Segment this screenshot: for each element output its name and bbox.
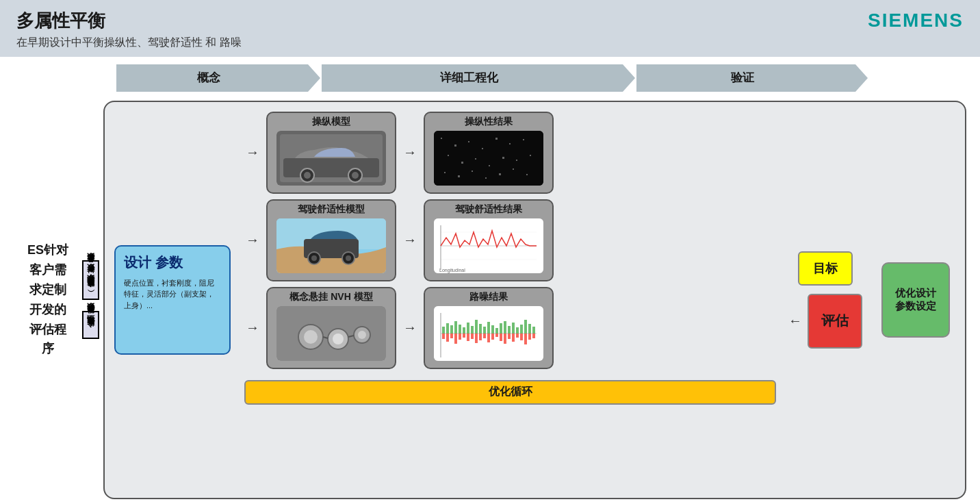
model-box-3: 概念悬挂 NVH 模型 — [266, 287, 396, 369]
svg-rect-12 — [482, 148, 483, 149]
svg-rect-16 — [448, 155, 449, 156]
result-box-3: 路噪结果 — [424, 287, 554, 369]
design-params-desc: 硬点位置，衬套刚度，阻尼特征，灵活部分（副支架，上身）... — [124, 277, 221, 312]
svg-rect-87 — [479, 333, 482, 340]
svg-rect-98 — [524, 333, 527, 344]
phase-concept: 概念 — [116, 64, 308, 92]
model-row-1: → 操纵模型 — [244, 112, 776, 194]
svg-rect-72 — [512, 323, 515, 333]
phase-verify: 验证 — [636, 64, 855, 92]
params-column: 设计 参数 硬点位置，衬套刚度，阻尼特征，灵活部分（副支架，上身）... — [114, 112, 237, 488]
svg-rect-71 — [508, 326, 511, 333]
svg-rect-83 — [463, 333, 465, 338]
model-row-2: → 驾驶舒适性模型 — [244, 199, 776, 281]
model-label-2: 驾驶舒适性模型 — [298, 203, 365, 216]
svg-rect-61 — [467, 323, 469, 333]
svg-rect-88 — [483, 333, 486, 338]
svg-rect-25 — [472, 171, 473, 172]
phases-row: 概念 详细工程化 验证 — [0, 62, 980, 94]
svg-rect-56 — [446, 323, 449, 333]
svg-rect-92 — [500, 333, 502, 341]
model-label-1: 操纵模型 — [312, 116, 350, 128]
model-thumb-1 — [276, 131, 386, 186]
arrow-to-result-2: → — [403, 232, 417, 248]
svg-rect-75 — [524, 320, 527, 333]
arrow-to-result-1: → — [403, 144, 417, 160]
arrow-to-model-3: → — [246, 320, 259, 336]
opt-loop-bar: 优化循环 — [244, 380, 776, 405]
svg-point-49 — [358, 331, 366, 339]
svg-rect-93 — [504, 333, 506, 344]
svg-point-6 — [352, 172, 359, 179]
svg-rect-62 — [471, 326, 474, 333]
arrow-to-model-2: → — [246, 232, 259, 248]
result-label-1: 操纵性结果 — [465, 116, 513, 128]
svg-rect-67 — [491, 325, 494, 333]
siemens-logo: SIEMENS — [868, 10, 964, 32]
svg-rect-70 — [504, 321, 506, 333]
result-thumb-2: Longitudinal — [434, 218, 543, 273]
svg-rect-82 — [459, 333, 461, 340]
svg-point-47 — [333, 333, 344, 344]
svg-rect-76 — [528, 324, 531, 333]
arrow-to-eval: ← — [788, 313, 802, 329]
main-content: ES针对客户需求定制开发的评估程序 （路噪路面激励参数，衬套参数，悬架参数） 输… — [0, 94, 980, 504]
result-box-2: 驾驶舒适性结果 — [424, 199, 554, 281]
svg-rect-24 — [458, 175, 460, 177]
diagram-box: 设计 参数 硬点位置，衬套刚度，阻尼特征，灵活部分（副支架，上身）... → 操… — [103, 101, 966, 499]
header: 多属性平衡 在早期设计中平衡操纵性、驾驶舒适性 和 路噪 SIEMENS — [0, 0, 980, 57]
svg-rect-60 — [463, 327, 465, 333]
svg-rect-11 — [468, 141, 469, 142]
svg-rect-23 — [444, 172, 446, 173]
svg-rect-66 — [487, 322, 490, 333]
svg-rect-28 — [513, 168, 514, 170]
svg-rect-58 — [454, 321, 457, 333]
svg-point-5 — [304, 172, 311, 179]
svg-rect-69 — [500, 323, 502, 333]
page-subtitle: 在早期设计中平衡操纵性、驾驶舒适性 和 路噪 — [16, 36, 242, 50]
eval-box: 评估 — [808, 294, 862, 349]
svg-rect-90 — [491, 333, 494, 340]
svg-rect-95 — [512, 333, 515, 342]
optimize-box: 优化设计 参数设定 — [881, 262, 950, 338]
models-column: → 操纵模型 — [244, 112, 776, 488]
svg-rect-63 — [475, 320, 478, 333]
arrow-to-model-1: → — [246, 144, 259, 160]
model-box-2: 驾驶舒适性模型 — [266, 199, 396, 281]
svg-rect-64 — [479, 324, 482, 333]
result-thumb-1 — [434, 131, 543, 186]
svg-rect-20 — [502, 157, 504, 159]
svg-rect-74 — [520, 325, 523, 333]
svg-rect-18 — [475, 158, 476, 160]
svg-rect-57 — [450, 325, 453, 333]
svg-rect-22 — [530, 155, 531, 156]
model-thumb-2 — [276, 218, 386, 273]
svg-rect-77 — [532, 327, 535, 333]
vertical-text-1: （路噪路面激励参数，衬套参数，悬架参数） — [82, 260, 99, 300]
result-box-1: 操纵性结果 — [424, 112, 554, 194]
svg-rect-13 — [495, 138, 498, 140]
left-sidebar: ES针对客户需求定制开发的评估程序 — [14, 101, 82, 499]
svg-rect-9 — [441, 138, 442, 139]
model-row-3: → 概念悬挂 NVH 模型 — [244, 287, 776, 369]
svg-rect-81 — [454, 333, 457, 344]
page-title: 多属性平衡 — [16, 10, 242, 33]
svg-rect-21 — [516, 160, 517, 161]
design-params-title: 设计 参数 — [124, 253, 183, 272]
svg-rect-84 — [467, 333, 469, 341]
result-label-3: 路噪结果 — [469, 291, 508, 303]
svg-rect-79 — [446, 333, 449, 342]
svg-rect-73 — [516, 327, 519, 333]
svg-point-45 — [304, 330, 318, 344]
svg-rect-29 — [526, 174, 528, 175]
svg-rect-89 — [487, 333, 490, 342]
svg-rect-91 — [495, 333, 498, 337]
svg-rect-100 — [532, 333, 535, 338]
svg-rect-2 — [283, 158, 379, 177]
svg-rect-99 — [528, 333, 531, 340]
model-thumb-3 — [276, 306, 386, 361]
svg-rect-78 — [442, 333, 445, 339]
eval-section: 目标 ← 评估 优化设计 参数设定 — [783, 112, 955, 488]
svg-point-35 — [311, 255, 317, 261]
vertical-text-2: 输入参数化模型，提取关键参数 — [82, 311, 99, 339]
